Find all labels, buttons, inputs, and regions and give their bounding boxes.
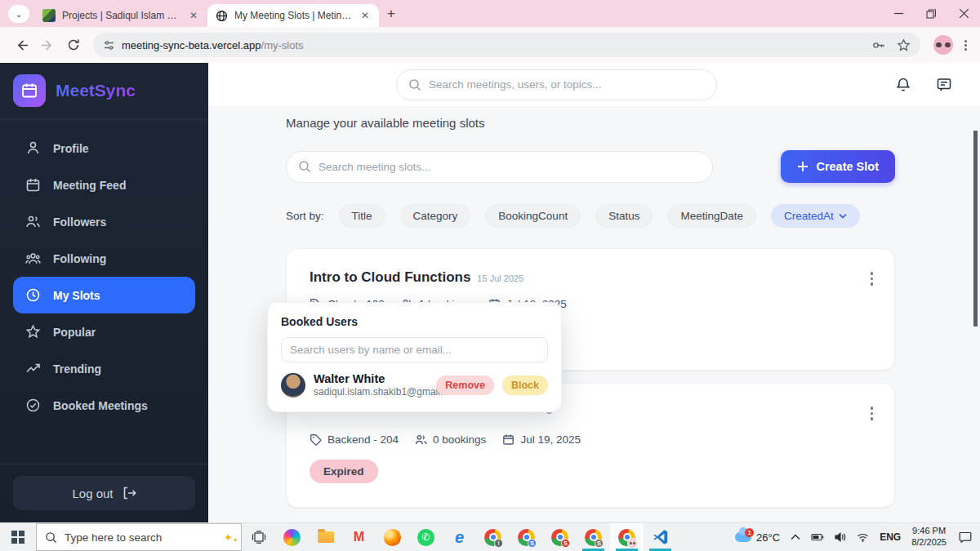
weather-widget[interactable]: 1 26°C bbox=[735, 531, 780, 544]
tab-search-button[interactable]: ⌄ bbox=[8, 5, 29, 23]
sidebar-item-my-slots[interactable]: My Slots bbox=[13, 277, 195, 313]
back-button[interactable] bbox=[10, 33, 33, 56]
sidebar-item-label: Profile bbox=[53, 142, 89, 155]
tab-close-icon[interactable]: ✕ bbox=[188, 10, 199, 21]
booked-users-search-input[interactable] bbox=[290, 344, 539, 356]
browser-toolbar: meeting-sync-beta.vercel.app/my-slots bbox=[0, 27, 980, 63]
global-search-input[interactable] bbox=[429, 78, 705, 91]
taskbar-app-chrome-4[interactable]: S bbox=[577, 523, 610, 551]
url-bar[interactable]: meeting-sync-beta.vercel.app/my-slots bbox=[93, 33, 920, 57]
taskbar-app-chrome-5-active[interactable] bbox=[610, 523, 644, 551]
status-badge: Expired bbox=[310, 460, 378, 483]
sidebar-item-following[interactable]: Following bbox=[0, 240, 208, 277]
clock-widget[interactable]: 9:46 PM 8/2/2025 bbox=[911, 526, 947, 549]
meetsync-logo-icon bbox=[13, 74, 46, 107]
tag-icon bbox=[310, 433, 322, 446]
slot-created-date: 15 Jul 2025 bbox=[477, 273, 523, 283]
battery-icon[interactable] bbox=[811, 533, 824, 541]
sort-chip-bookingcount[interactable]: BookingCount bbox=[485, 204, 581, 228]
sort-chip-title[interactable]: Title bbox=[339, 204, 385, 228]
sort-chip-meetingdate[interactable]: MeetingDate bbox=[667, 204, 756, 228]
url-text: meeting-sync-beta.vercel.app/my-slots bbox=[122, 39, 304, 51]
start-button[interactable] bbox=[0, 523, 36, 551]
taskbar-app-internet-explorer[interactable]: e bbox=[443, 523, 476, 551]
tab-close-icon[interactable]: ✕ bbox=[359, 10, 371, 21]
slot-menu-button[interactable] bbox=[867, 269, 877, 289]
logout-button[interactable]: Log out bbox=[13, 476, 195, 510]
taskbar-app-vscode[interactable] bbox=[644, 523, 677, 551]
slot-date: Jul 19, 2025 bbox=[502, 433, 581, 446]
sidebar-item-meeting-feed[interactable]: Meeting Feed bbox=[0, 167, 208, 203]
site-settings-icon[interactable] bbox=[103, 39, 115, 51]
sidebar-item-popular[interactable]: Popular bbox=[0, 313, 208, 350]
new-tab-button[interactable]: + bbox=[387, 6, 395, 22]
chrome-icon bbox=[618, 529, 635, 546]
slot-search-input[interactable] bbox=[318, 161, 701, 173]
speaker-icon[interactable] bbox=[835, 532, 846, 542]
browser-tab-projects[interactable]: Projects | Sadiqul Islam Shakib ✕ bbox=[34, 4, 207, 27]
sidebar-item-followers[interactable]: Followers bbox=[0, 203, 208, 240]
browser-tab-my-meeting-slots[interactable]: My Meeting Slots | MetingSync ✕ bbox=[207, 4, 379, 27]
global-search[interactable] bbox=[396, 69, 717, 100]
sidebar-item-trending[interactable]: Trending bbox=[0, 350, 208, 387]
taskbar-app-firefox[interactable] bbox=[376, 523, 409, 551]
tab-favicon-photo bbox=[42, 9, 56, 22]
star-icon bbox=[25, 324, 41, 340]
bookmark-star-icon[interactable] bbox=[897, 38, 911, 52]
forward-button[interactable] bbox=[36, 33, 59, 56]
password-key-icon[interactable] bbox=[871, 38, 885, 52]
taskbar-search[interactable]: Type here to search ✦ bbox=[36, 523, 242, 551]
sidebar-item-booked-meetings[interactable]: Booked Meetings bbox=[0, 387, 208, 424]
window-minimize-button[interactable] bbox=[882, 0, 915, 27]
language-indicator[interactable]: ENG bbox=[880, 531, 901, 543]
brand[interactable]: MeetSync bbox=[0, 63, 208, 119]
tray-expand-chevron-icon[interactable] bbox=[791, 534, 800, 540]
task-view-icon bbox=[252, 530, 266, 544]
task-view-button[interactable] bbox=[242, 523, 275, 551]
slot-menu-button[interactable] bbox=[867, 403, 877, 424]
taskbar-app-chrome-1[interactable]: ! bbox=[476, 523, 510, 551]
popup-title: Booked Users bbox=[281, 315, 548, 328]
chrome-icon: S bbox=[585, 529, 602, 546]
action-center-icon[interactable] bbox=[959, 531, 972, 543]
sidebar-item-profile[interactable]: Profile bbox=[0, 130, 208, 167]
whatsapp-icon: ✆ bbox=[417, 529, 434, 546]
profile-badge: S bbox=[595, 539, 604, 548]
reload-button[interactable] bbox=[62, 33, 85, 56]
sort-chip-createdat[interactable]: CreatedAt bbox=[771, 204, 860, 228]
chrome-icon: ! bbox=[484, 529, 501, 546]
block-user-button[interactable]: Block bbox=[502, 375, 548, 395]
sort-chip-status[interactable]: Status bbox=[595, 204, 653, 228]
browser-profile-avatar[interactable] bbox=[933, 35, 953, 55]
window-restore-button[interactable] bbox=[915, 0, 947, 27]
search-icon bbox=[45, 531, 57, 544]
taskbar-app-chrome-2[interactable]: S bbox=[510, 523, 543, 551]
window-close-button[interactable] bbox=[947, 0, 980, 27]
profile-badge: S bbox=[561, 539, 570, 548]
vscode-icon bbox=[653, 529, 669, 545]
browser-window: ⌄ Projects | Sadiqul Islam Shakib ✕ My M… bbox=[0, 0, 980, 551]
remove-user-button[interactable]: Remove bbox=[436, 375, 494, 395]
notifications-bell-icon[interactable] bbox=[895, 77, 911, 93]
wifi-icon[interactable] bbox=[857, 533, 869, 542]
sidebar-divider bbox=[0, 464, 208, 464]
chrome-icon: S bbox=[518, 529, 535, 546]
system-tray: 1 26°C ENG 9:46 PM 8/2/2025 bbox=[735, 523, 980, 551]
messages-icon[interactable] bbox=[936, 77, 952, 93]
taskbar-app-gmail[interactable]: M bbox=[342, 523, 376, 551]
taskbar-app-copilot[interactable] bbox=[275, 523, 309, 551]
profile-badge: ! bbox=[494, 539, 503, 548]
create-slot-button[interactable]: Create Slot bbox=[781, 150, 895, 183]
browser-menu-button[interactable] bbox=[961, 37, 970, 54]
taskbar-app-whatsapp[interactable]: ✆ bbox=[409, 523, 443, 551]
followers-icon bbox=[25, 214, 41, 229]
slot-search[interactable] bbox=[286, 151, 713, 183]
taskbar-app-chrome-3[interactable]: S bbox=[543, 523, 577, 551]
sidebar-item-label: Meeting Feed bbox=[53, 179, 126, 192]
booked-users-search[interactable] bbox=[281, 337, 548, 362]
taskbar-app-file-explorer[interactable] bbox=[309, 523, 342, 551]
page-scrollbar-thumb[interactable] bbox=[973, 131, 978, 327]
sort-label: Sort by: bbox=[286, 210, 324, 222]
check-circle-icon bbox=[25, 398, 41, 413]
sort-chip-category[interactable]: Category bbox=[400, 204, 471, 228]
